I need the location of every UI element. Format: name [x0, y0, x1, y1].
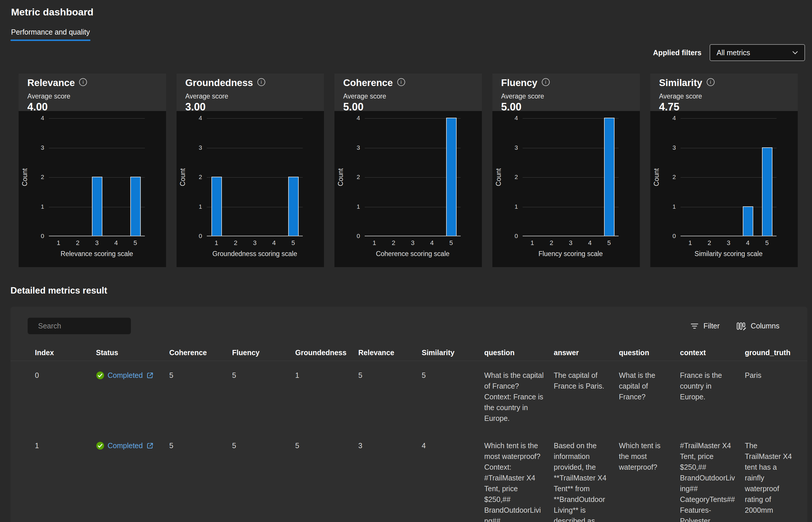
cell-coherence: 5: [169, 370, 232, 381]
metric-card-title: Groundedness: [185, 77, 253, 88]
x-tick-label: 2: [700, 239, 719, 247]
column-header-question[interactable]: question: [484, 348, 554, 357]
cell-coherence: 5: [169, 440, 232, 451]
x-axis-ticks: 12345: [49, 239, 145, 247]
x-tick-label: 1: [49, 239, 68, 247]
metric-card: Coherence i Average score 5.00 Count 012…: [334, 74, 482, 267]
metric-card-header: Fluency i Average score 5.00: [492, 74, 640, 111]
y-tick-label: 2: [356, 174, 360, 180]
metric-card-header: Groundedness i Average score 3.00: [176, 74, 324, 111]
x-axis-ticks: 12345: [365, 239, 461, 247]
info-icon[interactable]: i: [397, 78, 405, 86]
cell-index: 1: [35, 440, 96, 451]
x-axis-title: Coherence scoring scale: [365, 250, 461, 258]
gridline: [49, 118, 145, 119]
open-external-icon: [146, 372, 154, 379]
cell-context: France is the country in Europe.: [680, 370, 745, 402]
cell-answer: The capital of France is Paris.: [554, 370, 619, 392]
bar-score-3: [92, 177, 102, 236]
tab-performance-and-quality[interactable]: Performance and quality: [11, 28, 91, 41]
column-header-context[interactable]: context: [680, 348, 745, 357]
cell-ground-truth: The TrailMaster X4 tent has a rainfly wa…: [745, 440, 803, 516]
x-tick-label: 3: [719, 239, 738, 247]
y-tick-label: 0: [515, 233, 518, 240]
metric-card: Relevance i Average score 4.00 Count 012…: [19, 74, 166, 267]
column-header-ground-truth[interactable]: ground_truth: [745, 348, 803, 357]
column-header-relevance[interactable]: Relevance: [358, 348, 422, 357]
tab-label: Performance and quality: [11, 28, 91, 36]
metric-card-title: Coherence: [343, 77, 393, 88]
column-header-fluency[interactable]: Fluency: [232, 348, 295, 357]
bar-score-5: [762, 147, 772, 236]
search-input[interactable]: [38, 321, 132, 330]
table-row[interactable]: 1 Completed 5 5 5 3 4 Which tent is the …: [11, 431, 807, 522]
tab-active-underline: [11, 40, 91, 41]
filter-icon: [690, 321, 699, 331]
metric-cards-row: Relevance i Average score 4.00 Count 012…: [19, 74, 798, 267]
chart-plot-area: [207, 118, 303, 236]
y-tick-label: 0: [41, 233, 44, 240]
completed-check-icon: [96, 441, 104, 450]
column-header-index[interactable]: Index: [35, 348, 96, 357]
status-link[interactable]: Completed: [96, 440, 154, 451]
y-tick-label: 0: [199, 233, 202, 240]
y-tick-label: 2: [515, 174, 518, 180]
cell-ground-truth: Paris: [745, 370, 803, 381]
cell-question: What is the capital of France? Context: …: [484, 370, 554, 424]
cell-answer: Based on the information provided, the *…: [554, 440, 619, 522]
y-tick-label: 3: [672, 144, 676, 151]
column-header-groundedness[interactable]: Groundedness: [295, 348, 358, 357]
cell-fluency: 5: [232, 370, 295, 381]
filter-button[interactable]: Filter: [690, 321, 720, 331]
column-header-status[interactable]: Status: [96, 348, 169, 357]
metric-card-header: Similarity i Average score 4.75: [650, 74, 798, 111]
x-tick-label: 4: [107, 239, 125, 247]
cell-relevance: 5: [358, 370, 422, 381]
status-link[interactable]: Completed: [96, 370, 154, 381]
column-header-answer[interactable]: answer: [554, 348, 619, 357]
y-tick-label: 1: [672, 203, 676, 210]
x-axis-title: Similarity scoring scale: [680, 250, 776, 258]
status-label: Completed: [108, 370, 143, 381]
score-distribution-chart: Count 01234 12345 Relevance scoring scal…: [19, 111, 166, 267]
y-tick-label: 4: [41, 115, 44, 121]
x-tick-label: 3: [561, 239, 580, 247]
x-tick-label: 3: [403, 239, 422, 247]
column-header-coherence[interactable]: Coherence: [169, 348, 232, 357]
applied-filters-row: Applied filters All metrics: [653, 44, 805, 61]
y-tick-label: 2: [672, 174, 676, 180]
info-icon[interactable]: i: [79, 78, 87, 86]
column-header-question-2[interactable]: question: [619, 348, 680, 357]
x-tick-label: 4: [264, 239, 284, 247]
chart-plot-area: [680, 118, 776, 236]
chart-plot-area: [365, 118, 461, 236]
cell-fluency: 5: [232, 440, 295, 451]
gridline: [207, 118, 303, 119]
y-tick-label: 1: [199, 203, 202, 210]
table-row[interactable]: 0 Completed 5 5 1 5 5 What is the capita…: [11, 361, 807, 431]
chevron-down-icon: [791, 48, 799, 57]
average-score-label: Average score: [27, 93, 161, 100]
y-tick-label: 1: [41, 203, 44, 210]
x-tick-label: 3: [245, 239, 264, 247]
columns-edit-icon: [736, 321, 746, 331]
x-tick-label: 3: [87, 239, 107, 247]
info-icon[interactable]: i: [707, 78, 715, 86]
column-header-similarity[interactable]: Similarity: [422, 348, 484, 357]
x-tick-label: 4: [580, 239, 599, 247]
info-icon[interactable]: i: [542, 78, 550, 86]
score-distribution-chart: Count 01234 12345 Fluency scoring scale: [492, 111, 640, 267]
y-tick-label: 4: [356, 115, 360, 121]
info-icon[interactable]: i: [257, 78, 265, 86]
x-tick-label: 5: [125, 239, 145, 247]
applied-filters-label: Applied filters: [653, 48, 701, 57]
y-axis-ticks: 01234: [19, 118, 44, 236]
x-tick-label: 2: [542, 239, 561, 247]
metrics-filter-dropdown[interactable]: All metrics: [710, 44, 805, 61]
columns-button-label: Columns: [751, 322, 779, 330]
x-tick-label: 2: [384, 239, 403, 247]
score-distribution-chart: Count 01234 12345 Groundedness scoring s…: [176, 111, 324, 267]
columns-button[interactable]: Columns: [736, 321, 779, 331]
cell-groundedness: 5: [295, 440, 358, 451]
metric-card-title: Fluency: [501, 77, 538, 88]
